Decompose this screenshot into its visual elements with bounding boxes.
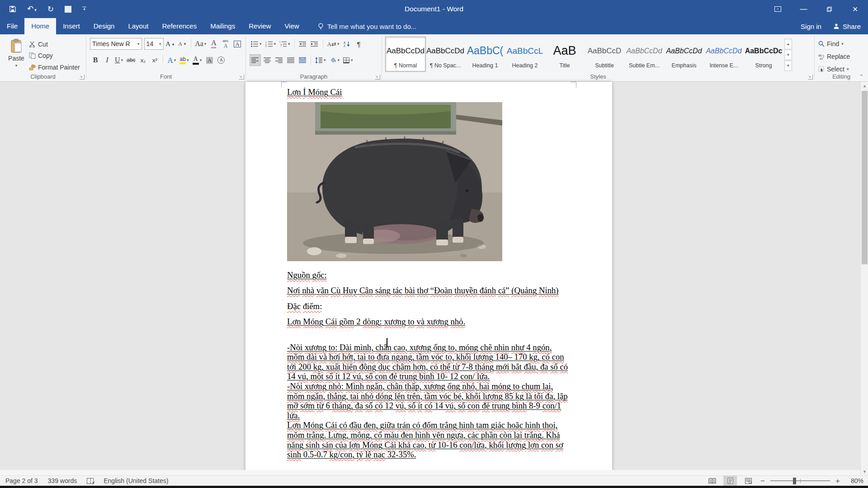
zoom-slider-thumb[interactable]: [793, 478, 796, 484]
align-right-button[interactable]: [274, 54, 284, 66]
font-name-select[interactable]: Times New R▾: [90, 38, 142, 50]
shrink-font-button[interactable]: A▼: [177, 38, 188, 50]
bullets-button[interactable]: ▾: [250, 38, 263, 50]
tab-mailings[interactable]: Mailings: [203, 18, 242, 34]
superscript-button[interactable]: x²: [149, 54, 160, 66]
multilevel-list-button[interactable]: 1ai ▾: [278, 38, 292, 50]
vertical-scrollbar[interactable]: ▲ ▼: [860, 82, 868, 475]
font-dialog-launcher-icon[interactable]: ↘: [239, 75, 244, 80]
character-shading-button[interactable]: A: [204, 54, 215, 66]
styles-more-icon[interactable]: ▼: [784, 61, 792, 71]
strikethrough-button[interactable]: abc: [125, 54, 137, 66]
save-icon[interactable]: [9, 5, 16, 13]
borders-button[interactable]: ▾: [342, 54, 354, 66]
zoom-out-button[interactable]: −: [760, 477, 766, 485]
scroll-down-icon[interactable]: ▼: [861, 468, 868, 475]
numbering-button[interactable]: 123 ▾: [264, 38, 278, 50]
paragraph-dialog-launcher-icon[interactable]: ↘: [375, 75, 380, 80]
tab-review[interactable]: Review: [242, 18, 278, 34]
pig-photo[interactable]: [287, 102, 502, 261]
read-mode-button[interactable]: [705, 476, 719, 486]
style-strong[interactable]: AaBbCcDcStrong: [744, 37, 783, 71]
style-title[interactable]: AaBTitle: [545, 37, 585, 71]
phonetic-guide-button[interactable]: abcA: [220, 38, 231, 50]
style-heading1[interactable]: AaBbC(Heading 1: [465, 37, 505, 71]
tab-file[interactable]: File: [0, 18, 24, 34]
paste-button[interactable]: Paste ▾: [4, 37, 29, 72]
web-layout-button[interactable]: [741, 476, 755, 486]
style-subtle[interactable]: AaBbCcDdSubtle Em...: [624, 37, 664, 71]
show-hide-pilcrow-button[interactable]: ¶: [353, 38, 364, 50]
language-indicator[interactable]: English (United States): [104, 477, 168, 484]
doc-paragraph[interactable]: [287, 333, 571, 343]
character-border-button[interactable]: A: [232, 38, 243, 50]
copy-button[interactable]: Copy: [29, 51, 80, 61]
style-emphasis[interactable]: AaBbCcDdEmphasis: [664, 37, 704, 71]
change-case-button[interactable]: Aa▾: [194, 38, 208, 50]
italic-button[interactable]: I: [102, 54, 113, 66]
tab-design[interactable]: Design: [87, 18, 122, 34]
touch-mode-icon[interactable]: [65, 6, 71, 13]
undo-button[interactable]: ↶▾: [27, 5, 37, 13]
doc-paragraph[interactable]: Đặc điểm:: [287, 301, 571, 311]
page[interactable]: Lợn Ỉ Móng Cái: [245, 82, 612, 475]
styles-dialog-launcher-icon[interactable]: ↘: [808, 75, 813, 80]
replace-button[interactable]: abac Replace: [818, 51, 865, 62]
asian-layout-button[interactable]: A⇄▾: [326, 38, 341, 50]
shading-button[interactable]: ▾: [328, 54, 341, 66]
justify-button[interactable]: [285, 54, 296, 66]
doc-paragraph[interactable]: -Nòi xương to: Dài mình, chân cao, xương…: [287, 343, 571, 381]
zoom-in-button[interactable]: +: [835, 477, 841, 485]
proofing-errors-icon[interactable]: ✗: [87, 478, 94, 484]
doc-paragraph[interactable]: Lợn Móng Cái có đầu đen, giữa trán có đố…: [287, 420, 571, 459]
style-nospace[interactable]: AaBbCcDd¶ No Spac...: [425, 37, 465, 71]
doc-paragraph[interactable]: Lợn Móng Cái gồm 2 dòng: xương to và xươ…: [287, 317, 571, 327]
underline-button[interactable]: U▾: [113, 54, 124, 66]
horizontal-scrollbar-track[interactable]: [0, 470, 860, 475]
tab-home[interactable]: Home: [24, 18, 56, 34]
style-normal[interactable]: AaBbCcDd¶ Normal: [386, 37, 425, 71]
tab-insert[interactable]: Insert: [56, 18, 87, 34]
font-size-select[interactable]: 14▾: [144, 38, 164, 50]
style-subtitle[interactable]: AaBbCcDSubtitle: [585, 37, 624, 71]
clear-formatting-button[interactable]: A: [208, 38, 219, 50]
redo-icon[interactable]: ↻: [47, 5, 54, 13]
doc-paragraph[interactable]: Nơi nhà văn Cù Huy Cận sáng tác bài thơ …: [287, 286, 571, 296]
font-color-button[interactable]: A▾: [191, 54, 203, 66]
distribute-button[interactable]: [297, 54, 308, 66]
sign-in-link[interactable]: Sign in: [801, 23, 821, 30]
grow-font-button[interactable]: A▲: [165, 38, 176, 50]
customize-qat-icon[interactable]: ▾: [82, 7, 86, 11]
doc-paragraph[interactable]: -Nòi xương nhỏ: Mình ngắn, chân thấp, xư…: [287, 381, 571, 420]
tab-references[interactable]: References: [155, 18, 203, 34]
format-painter-button[interactable]: Format Painter: [29, 62, 80, 72]
find-button[interactable]: Find▾: [818, 38, 865, 49]
tell-me-box[interactable]: Tell me what you want to do...: [318, 18, 417, 34]
zoom-level[interactable]: 80%: [845, 477, 863, 484]
subscript-button[interactable]: x₂: [137, 54, 148, 66]
enclose-characters-button[interactable]: A: [216, 54, 226, 66]
ribbon-display-options-icon[interactable]: ^: [765, 0, 791, 18]
share-button[interactable]: Share: [833, 23, 861, 30]
scroll-up-icon[interactable]: ▲: [861, 82, 868, 89]
align-left-button[interactable]: [250, 54, 261, 66]
decrease-indent-button[interactable]: [297, 38, 308, 50]
cut-button[interactable]: Cut: [29, 39, 80, 49]
styles-scroll-up-icon[interactable]: ▲: [784, 39, 792, 49]
tab-view[interactable]: View: [278, 18, 306, 34]
style-heading2[interactable]: AaBbCcLHeading 2: [505, 37, 545, 71]
align-center-button[interactable]: [262, 54, 273, 66]
restore-button[interactable]: [816, 0, 842, 18]
doc-paragraph[interactable]: Nguồn gốc:: [287, 270, 571, 280]
styles-scroll-down-icon[interactable]: ▼: [784, 50, 792, 60]
close-button[interactable]: ×: [842, 0, 868, 18]
clipboard-dialog-launcher-icon[interactable]: ↘: [80, 75, 85, 80]
style-intense[interactable]: AaBbCcDdIntense E...: [704, 37, 744, 71]
bold-button[interactable]: B: [90, 54, 101, 66]
minimize-button[interactable]: —: [791, 0, 816, 18]
tab-layout[interactable]: Layout: [121, 18, 155, 34]
print-layout-button[interactable]: [723, 476, 737, 486]
doc-title[interactable]: Lợn Ỉ Móng Cái: [287, 87, 571, 97]
collapse-ribbon-icon[interactable]: ⌃: [859, 74, 863, 80]
scrollbar-thumb[interactable]: [862, 91, 868, 264]
